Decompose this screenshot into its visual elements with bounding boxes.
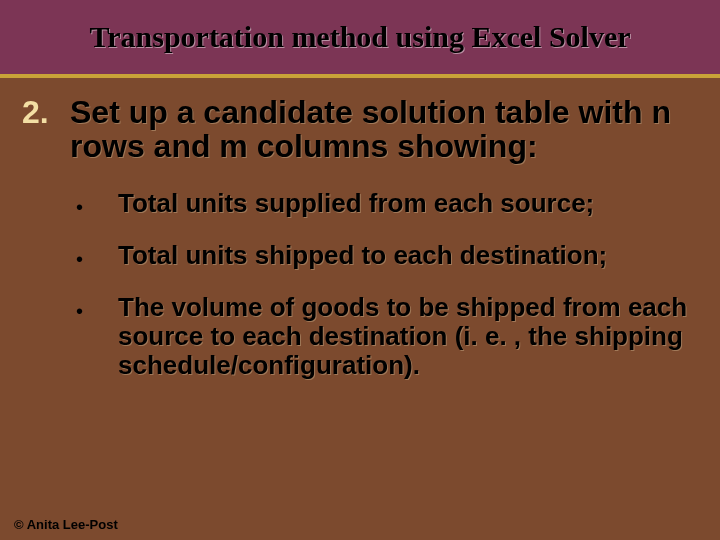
step-row: 2. Set up a candidate solution table wit…: [22, 96, 698, 163]
list-item: • Total units shipped to each destinatio…: [70, 241, 698, 273]
bullet-text: Total units shipped to each destination;: [118, 241, 607, 270]
bullet-icon: •: [70, 293, 118, 325]
copyright-footer: © Anita Lee-Post: [14, 517, 118, 532]
list-item: • The volume of goods to be shipped from…: [70, 293, 698, 380]
step-number: 2.: [22, 96, 70, 130]
slide-content: 2. Set up a candidate solution table wit…: [0, 78, 720, 381]
slide-title: Transportation method using Excel Solver: [89, 20, 630, 54]
bullet-list: • Total units supplied from each source;…: [22, 189, 698, 380]
step-text: Set up a candidate solution table with n…: [70, 96, 698, 163]
list-item: • Total units supplied from each source;: [70, 189, 698, 221]
bullet-icon: •: [70, 241, 118, 273]
slide-header: Transportation method using Excel Solver: [0, 0, 720, 74]
bullet-text: Total units supplied from each source;: [118, 189, 594, 218]
bullet-icon: •: [70, 189, 118, 221]
bullet-text: The volume of goods to be shipped from e…: [118, 293, 698, 380]
